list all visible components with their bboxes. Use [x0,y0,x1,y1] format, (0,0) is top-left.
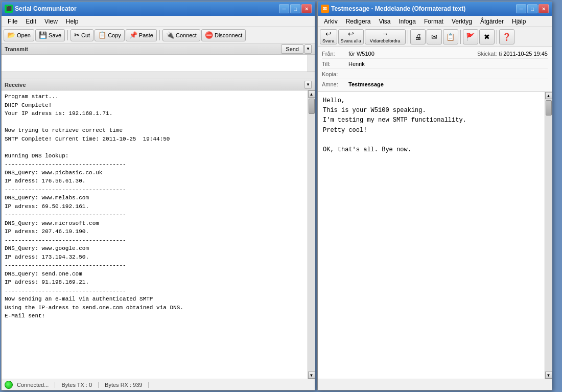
menu-help[interactable]: Help [62,17,83,26]
help-button[interactable]: ❓ [499,29,514,44]
forward-button[interactable]: → Vidarebefordra [365,29,406,44]
reply-all-label: Svara alla [341,38,361,43]
open-label: Open [17,32,31,38]
paste-button[interactable]: 📌 Paste [126,29,157,41]
titlebar-controls: ─ □ ✕ [279,4,312,13]
email-titlebar-left: ✉ Testmessage - Meddelande (Oformaterad … [321,5,465,13]
delete-icon: ✖ [484,33,490,41]
connect-icon: 🔌 [166,31,174,39]
reply-all-icon: ↩ [348,30,354,38]
copy-button[interactable]: 📋 Copy [95,29,125,41]
subject-value: Testmessage [348,81,548,87]
transmit-area: Transmit Send ▼ [2,43,315,79]
email-vscroll[interactable]: ▲ ▼ [545,92,552,379]
serial-communicator-window: ⬛ Serial Communicator ─ □ ✕ File Edit Vi… [1,1,315,390]
scroll-thumb[interactable] [309,99,315,114]
close-button[interactable]: ✕ [301,4,312,13]
transmit-header: Transmit Send ▼ [2,43,315,55]
email-close-button[interactable]: ✕ [538,4,549,13]
disconnect-button[interactable]: ⛔ Disconnect [201,29,246,41]
email-separator-3 [497,30,497,44]
save-label: Save [49,32,61,38]
email-menu-visa[interactable]: Visa [374,17,394,26]
sent-value: ti 2011-10-25 19:45 [499,51,548,57]
receive-text: Program start... DHCP Complete! Your IP … [2,90,308,379]
email-menu-infoga[interactable]: Infoga [395,17,420,26]
email-app-icon: ✉ [321,5,329,13]
paste-label: Paste [139,32,153,38]
to-value: Henrik [348,61,548,67]
open-icon: 📂 [7,31,15,39]
reply-button[interactable]: ↩ Svara [320,29,337,44]
menu-file[interactable]: File [4,17,21,26]
scroll-up-arrow[interactable]: ▲ [308,90,315,98]
email-status-bar [318,379,552,390]
email-scroll-thumb[interactable] [546,100,552,116]
transmit-hscroll[interactable] [2,72,315,79]
bytes-tx: Bytes TX : 0 [55,382,99,388]
separator-2 [159,30,160,40]
send-button[interactable]: Send [281,44,303,54]
sent-label: Skickat: [477,51,497,57]
serial-titlebar: ⬛ Serial Communicator ─ □ ✕ [2,2,315,16]
maximize-button[interactable]: □ [290,4,300,13]
to-row: Till: Henrik [322,59,548,69]
reply-label: Svara [322,38,335,43]
receive-content: Program start... DHCP Complete! Your IP … [2,90,315,379]
receive-area: Receive ▼ Program start... DHCP Complete… [2,79,315,379]
delete-button[interactable]: ✖ [479,29,495,44]
clipboard-button[interactable]: 📋 [443,29,458,44]
serial-status-bar: Connected... Bytes TX : 0 Bytes RX : 939 [2,379,315,390]
email-maximize-button[interactable]: □ [527,4,537,13]
email-body-area: Hello, This is your W5100 speaking. I'm … [318,92,552,379]
scroll-down-arrow[interactable]: ▼ [308,372,315,379]
cut-label: Cut [81,32,90,38]
email-menu-verktyg[interactable]: Verktyg [448,17,476,26]
reply-all-button[interactable]: ↩ Svara alla [338,29,364,44]
menu-view[interactable]: View [40,17,62,26]
send-dropdown[interactable]: ▼ [305,44,312,54]
minimize-button[interactable]: ─ [279,4,289,13]
connected-led [5,381,13,389]
from-row: Från: för W5100 Skickat: ti 2011-10-25 1… [322,49,548,59]
email2-button[interactable]: ✉ [427,29,442,44]
cut-button[interactable]: ✂ Cut [71,29,93,41]
cc-row: Kopia: [322,69,548,79]
cut-icon: ✂ [74,31,80,39]
menu-edit[interactable]: Edit [21,17,40,26]
serial-toolbar: 📂 Open 💾 Save ✂ Cut 📋 Copy 📌 Paste 🔌 Con… [2,27,315,43]
subject-label: Ämne: [322,81,348,87]
scroll-track[interactable] [308,98,315,372]
email-menu-format[interactable]: Format [420,17,448,26]
cc-label: Kopia: [322,71,348,77]
receive-vscroll[interactable]: ▲ ▼ [308,90,315,379]
email-menu-atgarder[interactable]: Åtgärder [476,17,508,26]
print-button[interactable]: 🖨 [410,29,426,44]
connected-status: Connected... [15,382,55,388]
save-icon: 💾 [39,31,47,39]
receive-dropdown[interactable]: ▼ [305,81,312,89]
receive-label: Receive [5,82,26,88]
email-scroll-track[interactable] [545,99,552,372]
flag-button[interactable]: 🚩 [463,29,478,44]
copy-icon: 📋 [98,31,106,39]
email-minimize-button[interactable]: ─ [516,4,526,13]
email-scroll-up[interactable]: ▲ [545,92,552,99]
subject-row: Ämne: Testmessage [322,79,548,89]
forward-icon: → [382,30,389,38]
to-label: Till: [322,61,348,67]
email-menu-redigera[interactable]: Redigera [342,17,375,26]
transmit-input[interactable] [2,55,308,72]
email-body-text: Hello, This is your W5100 speaking. I'm … [318,92,545,379]
save-button[interactable]: 💾 Save [35,29,65,41]
from-label: Från: [322,51,348,57]
email2-icon: ✉ [431,33,437,41]
connect-button[interactable]: 🔌 Connect [162,29,200,41]
receive-header: Receive ▼ [2,79,315,90]
email-scroll-down[interactable]: ▼ [545,372,552,379]
transmit-scrollbar[interactable] [308,55,315,72]
email-separator-1 [408,30,408,44]
email-menu-hjalp[interactable]: Hjälp [508,17,530,26]
open-button[interactable]: 📂 Open [4,29,34,41]
email-menu-arkiv[interactable]: Arkiv [320,17,342,26]
